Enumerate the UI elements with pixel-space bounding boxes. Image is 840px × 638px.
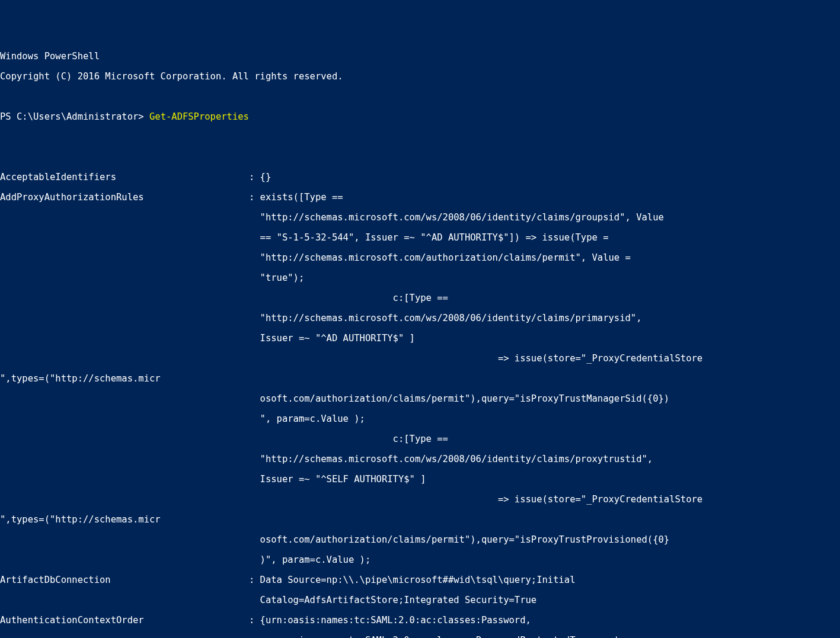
output-line: urn:oasis:names:tc:SAML:2.0:ac:classes:P… <box>0 636 840 638</box>
key-acceptable-identifiers: AcceptableIdentifiers <box>0 172 244 182</box>
key-artifact-db-connection: ArtifactDbConnection <box>0 575 244 585</box>
powershell-terminal[interactable]: Windows PowerShell Copyright (C) 2016 Mi… <box>0 40 840 638</box>
output-line: ArtifactDbConnection : Data Source=np:\\… <box>0 575 840 585</box>
output-line: osoft.com/authorization/claims/permit"),… <box>0 394 840 404</box>
output-line: "http://schemas.microsoft.com/ws/2008/06… <box>0 213 840 223</box>
header-title: Windows PowerShell <box>0 52 840 62</box>
output-line: ",types=("http://schemas.micr <box>0 515 840 525</box>
key-add-proxy-auth-rules: AddProxyAuthorizationRules <box>0 192 244 203</box>
output-line: AddProxyAuthorizationRules : exists([Typ… <box>0 193 840 203</box>
output-line: ", param=c.Value ); <box>0 414 840 424</box>
output-line: AcceptableIdentifiers : {} <box>0 172 840 182</box>
output-line: Issuer =~ "^SELF AUTHORITY$" ] <box>0 475 840 485</box>
output-line: "http://schemas.microsoft.com/authorizat… <box>0 253 840 263</box>
output-line: c:[Type == <box>0 434 840 444</box>
output-line: Catalog=AdfsArtifactStore;Integrated Sec… <box>0 595 840 605</box>
output-line: => issue(store="_ProxyCredentialStore <box>0 354 840 364</box>
prompt-line[interactable]: PS C:\Users\Administrator> Get-ADFSPrope… <box>0 112 840 122</box>
output-line: c:[Type == <box>0 293 840 303</box>
prompt-command: Get-ADFSProperties <box>149 111 249 122</box>
output-line: "true"); <box>0 273 840 283</box>
prompt-prefix: PS C:\Users\Administrator> <box>0 111 149 122</box>
output-line: osoft.com/authorization/claims/permit"),… <box>0 535 840 545</box>
output-line: => issue(store="_ProxyCredentialStore <box>0 495 840 505</box>
output-line: Issuer =~ "^AD AUTHORITY$" ] <box>0 334 840 344</box>
output-line: AuthenticationContextOrder : {urn:oasis:… <box>0 615 840 626</box>
output-line: == "S-1-5-32-544", Issuer =~ "^AD AUTHOR… <box>0 233 840 243</box>
output-line: ",types=("http://schemas.micr <box>0 374 840 384</box>
output-line: "http://schemas.microsoft.com/ws/2008/06… <box>0 313 840 323</box>
key-auth-context-order: AuthenticationContextOrder <box>0 615 244 626</box>
output-line: "http://schemas.microsoft.com/ws/2008/06… <box>0 454 840 464</box>
output-line: )", param=c.Value ); <box>0 555 840 565</box>
header-copyright: Copyright (C) 2016 Microsoft Corporation… <box>0 72 840 82</box>
